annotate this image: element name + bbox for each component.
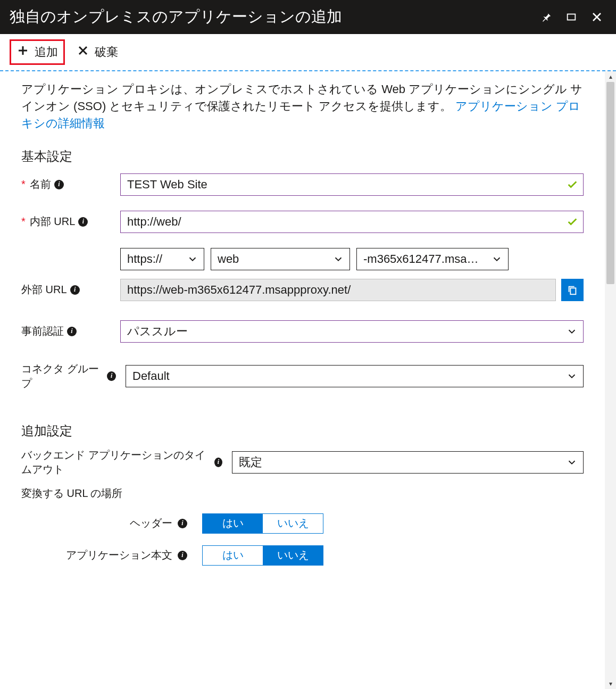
- label-translate-url: 変換する URL の場所: [21, 486, 584, 501]
- vertical-scrollbar[interactable]: ▴ ▾: [605, 71, 616, 689]
- label-backend-timeout: バックエンド アプリケーションのタイムアウト i: [21, 448, 222, 477]
- section-advanced-heading: 追加設定: [21, 422, 584, 439]
- info-icon[interactable]: i: [78, 217, 88, 227]
- scroll-down-arrow[interactable]: ▾: [605, 678, 616, 689]
- scroll-thumb[interactable]: [606, 82, 614, 284]
- label-external-url: 外部 URL i: [21, 283, 111, 297]
- label-internal-url: * 内部 URL i: [21, 214, 111, 229]
- info-icon[interactable]: i: [67, 327, 77, 336]
- ext-url-host-select[interactable]: web: [211, 248, 350, 270]
- external-url-readonly: https://web-m365x612477.msappproxy.net/: [120, 279, 556, 301]
- intro-text: アプリケーション プロキシは、オンプレミスでホストされている Web アプリケー…: [21, 81, 584, 132]
- body-toggle-no[interactable]: いいえ: [263, 546, 323, 565]
- chevron-down-icon: [491, 253, 503, 265]
- info-icon[interactable]: i: [178, 519, 187, 528]
- svg-rect-1: [570, 288, 576, 294]
- field-row-name: * 名前 i: [21, 173, 584, 196]
- label-preauth: 事前認証 i: [21, 324, 111, 338]
- label-connector-group: コネクタ グループ i: [21, 362, 116, 391]
- chevron-down-icon: [566, 326, 578, 337]
- ext-url-suffix-select[interactable]: -m365x612477.msa…: [356, 248, 509, 270]
- pin-button[interactable]: [536, 7, 555, 27]
- chevron-down-icon: [566, 456, 578, 468]
- body-toggle-yes[interactable]: はい: [203, 546, 263, 565]
- scroll-up-arrow[interactable]: ▴: [605, 71, 616, 82]
- chevron-down-icon: [332, 253, 344, 265]
- close-button[interactable]: [587, 7, 606, 27]
- connector-group-select[interactable]: Default: [126, 365, 584, 387]
- copy-button[interactable]: [561, 279, 584, 301]
- field-row-header-toggle: ヘッダー i はい いいえ: [21, 513, 584, 534]
- command-bar: 追加 破棄: [0, 34, 616, 71]
- info-icon[interactable]: i: [178, 551, 187, 560]
- chevron-down-icon: [187, 253, 198, 265]
- chevron-down-icon: [566, 370, 578, 382]
- maximize-button[interactable]: [562, 7, 581, 27]
- add-button[interactable]: 追加: [10, 39, 65, 65]
- close-icon: [77, 44, 89, 60]
- check-icon: [567, 216, 578, 228]
- discard-button[interactable]: 破棄: [71, 41, 123, 63]
- field-row-external-url: https:// web: [21, 248, 584, 301]
- name-input[interactable]: [120, 173, 584, 196]
- field-row-preauth: 事前認証 i パススルー: [21, 320, 584, 343]
- preauth-select[interactable]: パススルー: [120, 320, 584, 343]
- section-basic-heading: 基本設定: [21, 148, 584, 165]
- blade-titlebar: 独自のオンプレミスのアプリケーションの追加: [0, 0, 616, 34]
- header-toggle: はい いいえ: [202, 513, 323, 534]
- body-toggle: はい いいえ: [202, 545, 323, 566]
- svg-rect-0: [568, 14, 576, 20]
- info-icon[interactable]: i: [214, 458, 222, 467]
- label-app-body: アプリケーション本文 i: [21, 548, 193, 562]
- field-row-internal-url: * 内部 URL i: [21, 211, 584, 233]
- field-row-backend-timeout: バックエンド アプリケーションのタイムアウト i 既定: [21, 448, 584, 477]
- field-row-connector-group: コネクタ グループ i Default: [21, 362, 584, 391]
- field-row-body-toggle: アプリケーション本文 i はい いいえ: [21, 545, 584, 566]
- check-icon: [567, 179, 578, 190]
- header-toggle-no[interactable]: いいえ: [263, 514, 323, 533]
- add-button-label: 追加: [35, 44, 58, 60]
- label-name: * 名前 i: [21, 177, 111, 192]
- label-header: ヘッダー i: [21, 516, 193, 530]
- internal-url-input[interactable]: [120, 211, 584, 233]
- discard-button-label: 破棄: [95, 44, 118, 60]
- ext-url-scheme-select[interactable]: https://: [120, 248, 204, 270]
- info-icon[interactable]: i: [107, 371, 116, 381]
- form-scroll: アプリケーション プロキシは、オンプレミスでホストされている Web アプリケー…: [0, 71, 605, 689]
- blade-title: 独自のオンプレミスのアプリケーションの追加: [10, 6, 530, 28]
- info-icon[interactable]: i: [70, 285, 80, 295]
- info-icon[interactable]: i: [54, 180, 64, 189]
- plus-icon: [16, 44, 29, 60]
- header-toggle-yes[interactable]: はい: [203, 514, 263, 533]
- backend-timeout-select[interactable]: 既定: [232, 451, 584, 474]
